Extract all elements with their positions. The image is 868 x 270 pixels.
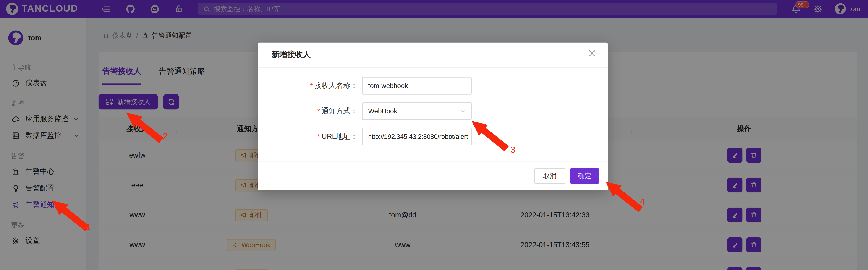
cancel-button[interactable]: 取消: [534, 168, 565, 184]
close-icon[interactable]: [588, 50, 596, 57]
modal-footer: 取消 确定: [258, 161, 608, 191]
ok-button[interactable]: 确定: [570, 168, 599, 184]
form-row-name: *接收人名称： tom-webhook: [258, 77, 608, 95]
required-asterisk: *: [317, 107, 320, 115]
modal-body: *接收人名称： tom-webhook *通知方式： WebHook *URL地…: [258, 67, 608, 145]
annotation-arrow-3: [470, 120, 512, 154]
app-root: TANCLOUD: [0, 0, 868, 270]
field-label: *接收人名称：: [258, 81, 362, 91]
annotation-step-number: 2: [163, 132, 168, 142]
required-asterisk: *: [310, 82, 313, 90]
form-row-method: *通知方式： WebHook: [258, 102, 608, 120]
annotation-step-number: 1: [86, 222, 91, 232]
field-label: *通知方式：: [258, 106, 362, 116]
url-input[interactable]: http://192.345.43.2:8080/robot/alert: [362, 128, 472, 145]
url-value: http://192.345.43.2:8080/robot/alert: [368, 133, 468, 140]
field-label: *URL地址：: [258, 132, 362, 142]
form-row-url: *URL地址： http://192.345.43.2:8080/robot/a…: [258, 128, 608, 145]
receiver-name-input[interactable]: tom-webhook: [362, 77, 472, 95]
required-asterisk: *: [317, 133, 320, 140]
modal-header: 新增接收人: [258, 43, 608, 67]
annotation-arrow-2: [125, 111, 166, 145]
add-receiver-modal: 新增接收人 *接收人名称： tom-webhook *通知方式： WebHook: [258, 43, 608, 191]
annotation-arrow-4: [604, 180, 646, 214]
modal-title: 新增接收人: [272, 50, 311, 60]
select-chevron-icon: [460, 108, 466, 114]
notify-method-value: WebHook: [368, 107, 397, 115]
notify-method-select[interactable]: WebHook: [362, 102, 472, 120]
annotation-step-number: 3: [510, 145, 516, 155]
annotation-step-number: 4: [640, 197, 645, 207]
receiver-name-value: tom-webhook: [368, 82, 408, 90]
